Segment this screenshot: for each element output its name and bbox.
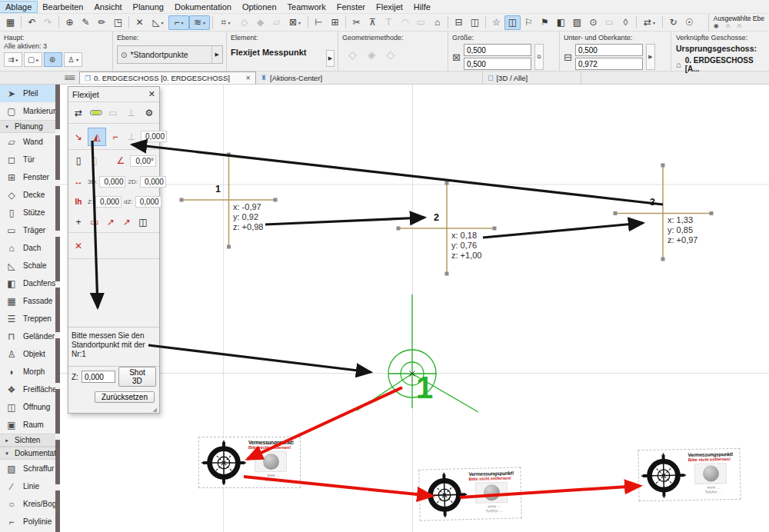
survey-marker-1[interactable]: Vermessungspunkt! Bitte nicht entfernen!…: [198, 437, 301, 488]
close-icon[interactable]: ✕: [148, 89, 155, 99]
element-settings-arrow[interactable]: ▶: [326, 50, 335, 67]
orbit-icon[interactable]: ↻: [665, 15, 681, 30]
line-shot-alt-icon[interactable]: ↗: [120, 215, 134, 229]
toolbar-icon[interactable]: [58, 16, 59, 28]
plumb-point-icon[interactable]: ⊥: [125, 130, 138, 144]
elevation-more-button[interactable]: ▶: [646, 44, 655, 70]
toolbar-icon[interactable]: [636, 16, 637, 28]
sidebar-item-linie[interactable]: ∕ Linie: [0, 477, 55, 495]
toolbar-icon[interactable]: [485, 16, 486, 28]
door-measure-icon[interactable]: ▯: [72, 154, 85, 168]
object-default-button[interactable]: ♙▾: [64, 52, 82, 67]
toolbox-edge[interactable]: [55, 85, 60, 532]
sidebar-item-fenster[interactable]: ⊞ Fenster: [0, 168, 55, 186]
z-row-value[interactable]: 0,000: [95, 196, 122, 208]
sidebar-group-planung[interactable]: ▾ Planung: [0, 120, 55, 133]
toolbar-icon[interactable]: [21, 16, 22, 28]
toolbar-icon[interactable]: [448, 16, 448, 28]
swap-view-icon[interactable]: ⇄: [639, 15, 660, 30]
toolbar-icon[interactable]: [308, 16, 308, 28]
lock-suspend-icon[interactable]: ⊠: [285, 15, 305, 30]
image-icon[interactable]: ▨: [569, 15, 585, 30]
palette-titlebar[interactable]: Flexijet ✕: [68, 87, 159, 102]
line-shot-icon[interactable]: ↗: [104, 215, 118, 229]
door-measure-alt-icon[interactable]: ▯: [88, 154, 102, 168]
label-tag-icon[interactable]: ◊: [618, 15, 634, 30]
rectangle-tool-icon[interactable]: ▭: [106, 106, 120, 120]
menu-item-planung[interactable]: Planung: [128, 2, 169, 12]
sidebar-item-polylinie[interactable]: ⌐ Polylinie: [0, 513, 55, 530]
menu-item-fenster[interactable]: Fenster: [331, 2, 371, 12]
menu-item-optionen[interactable]: Optionen: [237, 2, 282, 12]
dz-value[interactable]: 0,000: [135, 196, 161, 208]
size-height-input[interactable]: [464, 58, 531, 70]
camera-icon[interactable]: ⊙: [585, 15, 601, 30]
layer-dropdown-arrow[interactable]: ▶: [211, 46, 219, 63]
tab-3d-alle[interactable]: ◻ [3D / Alle]: [483, 71, 581, 84]
edit-elements-icon[interactable]: ◳: [110, 15, 126, 30]
marquee-tool-button[interactable]: ▢▸: [24, 52, 42, 67]
bottom-elevation-input[interactable]: [575, 58, 643, 70]
survey-marker-3[interactable]: Vermessungspunkt! Bitte nicht entfernen!…: [638, 448, 741, 501]
tab-overview-grid-icon[interactable]: ⊞⊞: [59, 71, 79, 84]
sidebar-group-dokumentation[interactable]: ▾ Dokumentation: [0, 447, 55, 460]
sidebar-item-schale[interactable]: ◺ Schale: [0, 257, 55, 274]
reset-button[interactable]: Zurücksetzen: [95, 391, 155, 403]
sidebar-item-objekt[interactable]: ♙ Objekt: [0, 345, 55, 363]
menu-item-ansicht[interactable]: Ansicht: [88, 2, 127, 12]
move-station-icon[interactable]: ↘: [72, 130, 85, 144]
sidebar-group-sichten[interactable]: ▸ Sichten: [0, 434, 55, 447]
shot-3d-button[interactable]: Shot 3D: [118, 367, 156, 387]
angle-value[interactable]: 0,00°: [130, 155, 156, 167]
xyz-export-icon[interactable]: ◫: [136, 215, 150, 229]
d3-value[interactable]: 0,000: [99, 176, 125, 188]
home-story-icon[interactable]: ⌂: [429, 15, 445, 30]
tab-erdgeschoss[interactable]: ❐ 0. ERDGESCHOSS [0. ERDGESCHOSS] ✕: [79, 71, 256, 84]
sidebar-item-wand[interactable]: ▱ Wand: [0, 133, 55, 151]
sidebar-item-gelaender[interactable]: ⊓ Geländer: [0, 328, 55, 345]
sidebar-item-schraffur[interactable]: ▨ Schraffur: [0, 460, 55, 477]
sidebar-item-kreis[interactable]: ○ Kreis/Bogen: [0, 495, 55, 513]
toolbar-icon[interactable]: [128, 16, 129, 28]
menu-item-ablage[interactable]: Ablage: [0, 2, 37, 12]
adjust-icon[interactable]: ▭: [413, 15, 429, 30]
find-select-icon[interactable]: ⊕: [62, 15, 78, 30]
d2-value[interactable]: 0,000: [140, 176, 166, 188]
flag-icon[interactable]: ⚐: [521, 15, 537, 30]
link-proportions-button[interactable]: ⧉: [534, 44, 544, 70]
rect-shot-icon[interactable]: ▭: [88, 215, 102, 229]
undo-icon[interactable]: ↶: [24, 15, 40, 30]
editing-plane-alt-icon[interactable]: ◆: [252, 15, 268, 30]
sidebar-item-oeffnung[interactable]: ◫ Öffnung: [0, 398, 55, 416]
geometry-method-1-icon[interactable]: ◇: [348, 48, 357, 61]
favorites-star-icon[interactable]: ☆: [488, 15, 504, 30]
elevation-marker-icon[interactable]: ◫: [467, 15, 483, 30]
sidebar-item-dach[interactable]: ⌂ Dach: [0, 239, 55, 257]
pickup-parameters-icon[interactable]: ✎: [78, 15, 94, 30]
layer-dropdown[interactable]: ⊙ *Standortpunkte ▶: [117, 45, 223, 64]
fillet-icon[interactable]: ◠: [397, 15, 413, 30]
distance-value[interactable]: 0,000: [141, 131, 167, 142]
sidebar-item-traeger[interactable]: ▭ Träger: [0, 221, 55, 239]
arrow-tool-button[interactable]: ⇉▸: [4, 52, 22, 67]
crane-icon[interactable]: ⌐: [108, 130, 122, 144]
movie-icon[interactable]: ▭: [601, 15, 618, 30]
top-elevation-input[interactable]: [575, 44, 643, 56]
eye-icon[interactable]: ◉: [714, 22, 719, 29]
toolbar-icon[interactable]: [345, 16, 346, 28]
sidebar-item-treppen[interactable]: ☰ Treppen: [0, 310, 55, 328]
menu-item-dokumentation[interactable]: Dokumentation: [169, 2, 237, 12]
station-number[interactable]: 1: [416, 372, 433, 403]
snap-guides-icon[interactable]: ≋: [189, 15, 210, 30]
save-icon[interactable]: ▦: [2, 15, 18, 30]
redo-icon[interactable]: ↷: [40, 15, 56, 30]
toolbar-icon[interactable]: [212, 16, 213, 28]
sidebar-item-decke[interactable]: ◇ Decke: [0, 186, 55, 204]
axis-cross-icon[interactable]: ✕: [72, 239, 85, 253]
layout-grid-icon[interactable]: ⊞: [327, 15, 343, 30]
measure-station-icon[interactable]: ◭: [88, 128, 106, 146]
toolbar-icon[interactable]: [662, 16, 663, 28]
layer-lock-icon[interactable]: ∩: [726, 22, 731, 29]
inject-parameters-icon[interactable]: ✏: [94, 15, 110, 30]
geometry-method-3-icon[interactable]: ◇: [387, 48, 395, 61]
